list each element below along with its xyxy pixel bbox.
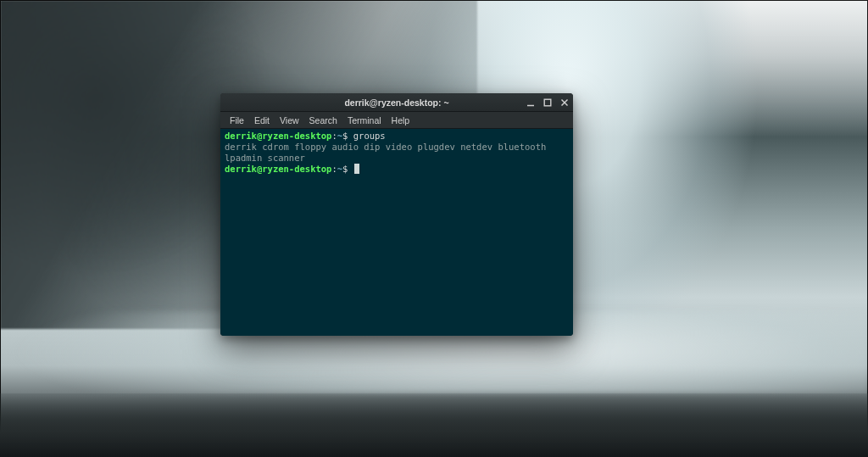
window-title: derrik@ryzen-desktop: ~ (344, 98, 448, 108)
terminal-line: derrik cdrom floppy audio dip video plug… (225, 142, 569, 164)
close-icon (560, 98, 569, 107)
prompt-symbol: $ (342, 131, 348, 141)
close-button[interactable] (559, 98, 570, 108)
svg-rect-1 (544, 99, 551, 106)
cursor-icon (354, 164, 359, 174)
minimize-button[interactable] (526, 98, 536, 108)
menu-terminal[interactable]: Terminal (343, 114, 386, 127)
maximize-button[interactable] (542, 98, 553, 108)
menu-edit[interactable]: Edit (250, 114, 274, 127)
menu-search[interactable]: Search (305, 114, 342, 127)
prompt-user-host: derrik@ryzen-desktop (225, 164, 331, 174)
terminal-line: derrik@ryzen-desktop:~$ groups (225, 131, 569, 142)
menubar: File Edit View Search Terminal Help (220, 112, 573, 129)
desktop-wallpaper: derrik@ryzen-desktop: ~ File Edit View S… (0, 0, 868, 457)
minimize-icon (526, 98, 535, 107)
window-titlebar[interactable]: derrik@ryzen-desktop: ~ (220, 93, 573, 112)
menu-view[interactable]: View (275, 114, 303, 127)
prompt-symbol: $ (342, 164, 348, 174)
command-text: groups (353, 131, 386, 141)
menu-help[interactable]: Help (387, 114, 415, 127)
terminal-line: derrik@ryzen-desktop:~$ (225, 164, 569, 175)
prompt-user-host: derrik@ryzen-desktop (225, 131, 331, 141)
terminal-body[interactable]: derrik@ryzen-desktop:~$ groupsderrik cdr… (220, 129, 573, 336)
terminal-window[interactable]: derrik@ryzen-desktop: ~ File Edit View S… (220, 93, 573, 336)
menu-file[interactable]: File (225, 114, 248, 127)
window-controls (526, 93, 570, 112)
command-output: derrik cdrom floppy audio dip video plug… (225, 142, 552, 163)
maximize-icon (543, 98, 552, 107)
